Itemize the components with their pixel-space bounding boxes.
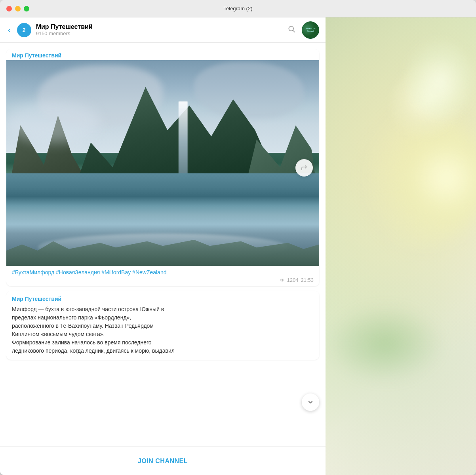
- mist-effect: [6, 101, 100, 142]
- bottom-bar: JOIN CHANNEL: [0, 446, 326, 475]
- titlebar: Telegram (2): [0, 0, 476, 17]
- post1-footer: #БухтаМилфорд #НоваяЗеландия #MilfordBay…: [6, 266, 319, 286]
- app-window: Telegram (2) ‹ 2 Мир Путешествий 9150 me…: [0, 0, 476, 475]
- post2-channel-name: Мир Путешествий: [12, 296, 314, 302]
- channel-avatar[interactable]: World Of Travel: [302, 21, 319, 39]
- join-channel-button[interactable]: JOIN CHANNEL: [138, 458, 188, 465]
- window-controls: [6, 6, 29, 11]
- right-panel-bg: [326, 17, 476, 475]
- message-post-2: Мир Путешествий Милфорд — бухта в юго-за…: [6, 291, 319, 360]
- scroll-down-button[interactable]: [302, 393, 319, 411]
- waterfall: [179, 101, 188, 184]
- unread-badge: 2: [17, 23, 31, 37]
- window-title: Telegram (2): [224, 6, 253, 11]
- post2-text: Милфорд — бухта в юго-западной части ост…: [12, 305, 314, 355]
- header-actions: World Of Travel: [288, 21, 319, 39]
- close-button[interactable]: [6, 6, 12, 11]
- message-post-1: Мир Путешествий: [6, 49, 319, 286]
- minimize-button[interactable]: [15, 6, 21, 11]
- chat-header: ‹ 2 Мир Путешествий 9150 members: [0, 17, 326, 43]
- maximize-button[interactable]: [24, 6, 29, 11]
- channel-name: Мир Путешествий: [36, 23, 283, 30]
- back-button[interactable]: ‹: [6, 24, 12, 36]
- search-button[interactable]: [288, 25, 295, 35]
- channel-members: 9150 members: [36, 30, 283, 36]
- svg-line-1: [293, 30, 295, 32]
- main-layout: ‹ 2 Мир Путешествий 9150 members: [0, 17, 476, 475]
- messages-list[interactable]: Мир Путешествий: [0, 43, 326, 446]
- post1-meta: 👁 1204 21:53: [12, 277, 314, 283]
- avatar-image: World Of Travel: [302, 21, 319, 39]
- svg-point-0: [289, 26, 293, 31]
- post1-channel-name: Мир Путешествий: [6, 49, 319, 60]
- post1-hashtags: #БухтаМилфорд #НоваяЗеландия #MilfordBay…: [12, 269, 314, 276]
- forward-button[interactable]: [295, 159, 313, 177]
- landscape-visual: [6, 60, 319, 266]
- post1-time: 21:53: [301, 277, 314, 283]
- views-icon: 👁: [280, 277, 285, 283]
- post1-views: 1204: [287, 277, 299, 283]
- post1-image: [6, 60, 319, 266]
- green-bokeh: [326, 304, 444, 384]
- channel-info: Мир Путешествий 9150 members: [36, 23, 283, 36]
- chat-area: ‹ 2 Мир Путешествий 9150 members: [0, 17, 326, 475]
- right-panel: [326, 17, 476, 475]
